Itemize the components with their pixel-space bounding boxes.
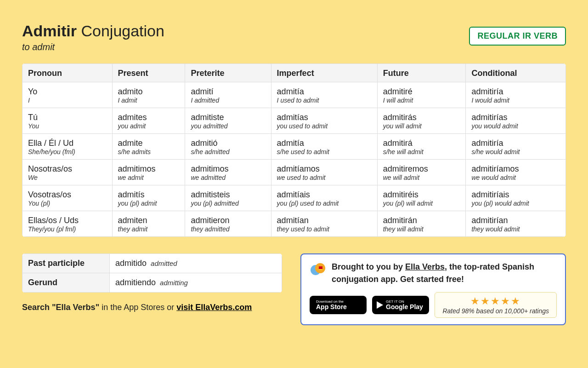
conjugation-cell: admites/he admits <box>112 134 185 160</box>
conjugation-cell: admitíI admitted <box>185 82 271 108</box>
title-translation: to admit <box>22 42 164 52</box>
conjugation-cell: admitisteyou admitted <box>185 108 271 134</box>
app-store-button[interactable]: Download on the App Store <box>310 296 367 314</box>
star-icons: ★★★★★ <box>442 295 549 307</box>
column-header: Pronoun <box>23 64 113 82</box>
conjugation-cell: admitimoswe admitted <box>185 160 271 185</box>
table-row: Ella / Él / UdShe/he/you (fml)admites/he… <box>23 134 566 160</box>
conjugation-cell: admitiríasyou would admit <box>466 108 566 134</box>
pronoun-cell: Vosotras/osYou (pl) <box>23 185 113 211</box>
pronoun-cell: YoI <box>23 82 113 108</box>
svg-rect-2 <box>319 266 322 269</box>
conjugation-cell: admitíasyou used to admit <box>271 108 377 134</box>
conjugation-cell: admitíanthey used to admit <box>271 211 377 237</box>
column-header: Imperfect <box>271 64 377 82</box>
title-verb: Admitir <box>22 22 77 40</box>
conjugation-cell: admitiós/he admitted <box>185 134 271 160</box>
column-header: Preterite <box>185 64 271 82</box>
conjugation-cell: admitoI admit <box>112 82 185 108</box>
pronoun-cell: Ellas/os / UdsThey/you (pl fml) <box>23 211 113 237</box>
pronoun-cell: TúYou <box>23 108 113 134</box>
participle-row: Gerundadmitiendo admitting <box>23 273 282 293</box>
conjugation-cell: admitiréisyou (pl) will admit <box>377 185 466 211</box>
promo-text: Brought to you by Ella Verbs, the top-ra… <box>332 261 557 286</box>
promo-box: Brought to you by Ella Verbs, the top-ra… <box>300 253 566 325</box>
column-header: Future <box>377 64 466 82</box>
column-header: Present <box>112 64 185 82</box>
table-row: Vosotras/osYou (pl)admitísyou (pl) admit… <box>23 185 566 211</box>
rating-box: ★★★★★ Rated 98% based on 10,000+ ratings <box>435 292 557 318</box>
table-row: YoIadmitoI admitadmitíI admittedadmitíaI… <box>23 82 566 108</box>
participle-label: Past participle <box>23 254 110 273</box>
column-header: Conditional <box>466 64 566 82</box>
visit-link[interactable]: visit EllaVerbs.com <box>176 303 252 312</box>
conjugation-cell: admitirías/he would admit <box>466 134 566 160</box>
page-title: Admitir Conjugation <box>22 22 164 40</box>
conjugation-cell: admitiríamoswe would admit <box>466 160 566 185</box>
conjugation-cell: admitirásyou will admit <box>377 108 466 134</box>
conjugation-cell: admitisteisyou (pl) admitted <box>185 185 271 211</box>
conjugation-cell: admitiréI will admit <box>377 82 466 108</box>
table-row: TúYouadmitesyou admitadmitisteyou admitt… <box>23 108 566 134</box>
conjugation-cell: admitimoswe admit <box>112 160 185 185</box>
participle-label: Gerund <box>23 273 110 293</box>
participle-value: admitiendo admitting <box>110 273 282 293</box>
title-suffix: Conjugation <box>81 22 164 40</box>
svg-rect-3 <box>319 269 322 270</box>
ella-verbs-link[interactable]: Ella Verbs <box>405 262 445 271</box>
conjugation-cell: admitísyou (pl) admit <box>112 185 185 211</box>
conjugation-cell: admitesyou admit <box>112 108 185 134</box>
pronoun-cell: Ella / Él / UdShe/he/you (fml) <box>23 134 113 160</box>
table-row: Nosotras/osWeadmitimoswe admitadmitimosw… <box>23 160 566 185</box>
pronoun-cell: Nosotras/osWe <box>23 160 113 185</box>
conjugation-cell: admitieronthey admitted <box>185 211 271 237</box>
google-play-button[interactable]: GET IT ON Google Play <box>372 296 429 314</box>
app-logo-icon <box>310 261 326 277</box>
conjugation-cell: admitirás/he will admit <box>377 134 466 160</box>
google-play-icon <box>377 301 383 309</box>
conjugation-cell: admitiríaI would admit <box>466 82 566 108</box>
conjugation-cell: admitíaI used to admit <box>271 82 377 108</box>
conjugation-cell: admitenthey admit <box>112 211 185 237</box>
search-instruction: Search "Ella Verbs" in the App Stores or… <box>22 303 282 312</box>
conjugation-table: PronounPresentPreteriteImperfectFutureCo… <box>22 63 566 237</box>
conjugation-cell: admitíamoswe used to admit <box>271 160 377 185</box>
participle-table: Past participleadmitido admittedGerundad… <box>22 253 282 293</box>
table-row: Ellas/os / UdsThey/you (pl fml)admitenth… <box>23 211 566 237</box>
conjugation-cell: admitiríaisyou (pl) would admit <box>466 185 566 211</box>
conjugation-cell: admitiránthey will admit <box>377 211 466 237</box>
conjugation-cell: admitíaisyou (pl) used to admit <box>271 185 377 211</box>
participle-value: admitido admitted <box>110 254 282 273</box>
conjugation-cell: admitiríanthey would admit <box>466 211 566 237</box>
participle-row: Past participleadmitido admitted <box>23 254 282 273</box>
verb-type-badge: REGULAR IR VERB <box>469 27 566 46</box>
conjugation-cell: admitías/he used to admit <box>271 134 377 160</box>
conjugation-cell: admitiremoswe will admit <box>377 160 466 185</box>
